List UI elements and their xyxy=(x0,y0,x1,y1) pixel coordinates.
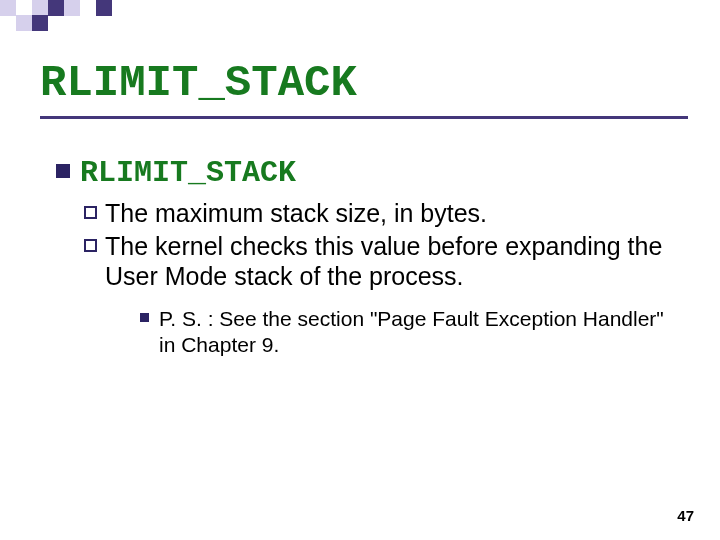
small-filled-square-icon xyxy=(140,313,149,322)
title-underline xyxy=(40,116,688,119)
level2-text: The maximum stack size, in bytes. xyxy=(105,198,680,229)
level3-bullet: P. S. : See the section "Page Fault Exce… xyxy=(140,306,680,359)
corner-decoration xyxy=(0,0,112,31)
level1-heading: RLIMIT_STACK xyxy=(80,156,296,190)
level2-bullet: The kernel checks this value before expa… xyxy=(84,231,680,292)
content-block: RLIMIT_STACK The maximum stack size, in … xyxy=(56,156,680,358)
level1-bullet: RLIMIT_STACK xyxy=(56,156,680,190)
page-number: 47 xyxy=(677,507,694,524)
level2-text: The kernel checks this value before expa… xyxy=(105,231,680,292)
hollow-square-icon xyxy=(84,206,97,219)
level3-text: P. S. : See the section "Page Fault Exce… xyxy=(159,306,680,359)
filled-square-icon xyxy=(56,164,70,178)
slide-title: RLIMIT_STACK xyxy=(40,58,357,108)
hollow-square-icon xyxy=(84,239,97,252)
level2-bullet: The maximum stack size, in bytes. xyxy=(84,198,680,229)
